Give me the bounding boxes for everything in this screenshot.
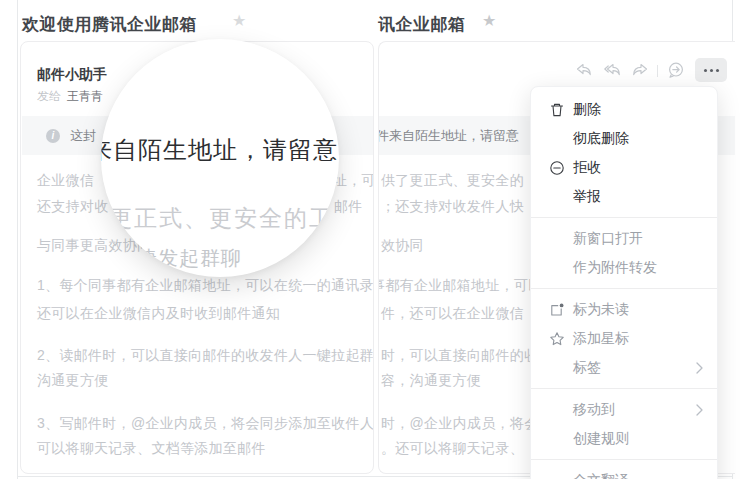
sender-name: 邮件小助手 — [37, 66, 107, 84]
body-line: 效协同 — [381, 237, 424, 255]
menu-item-translate[interactable]: 全文翻译 — [531, 466, 717, 479]
quick-reply-icon[interactable] — [667, 61, 685, 79]
body-line: 供了更正式、更安全的 — [381, 172, 524, 190]
page-left-border — [17, 0, 18, 479]
menu-item-label: 标签 — [573, 359, 601, 377]
info-icon: i — [46, 129, 60, 143]
menu-divider — [531, 217, 717, 218]
chevron-right-icon — [696, 362, 703, 374]
reply-icon[interactable] — [575, 61, 593, 79]
body-line: 件，还可以在企业微信 — [381, 305, 524, 323]
menu-item-move-to[interactable]: 移动到 — [531, 395, 717, 424]
body-line: 。还可以将聊天记录、 — [381, 440, 524, 458]
body-line: 还支持对收 — [37, 198, 109, 216]
menu-item-label: 新窗口打开 — [573, 230, 643, 248]
body-line: 时，可以直接向邮件的收 — [381, 347, 538, 365]
menu-item-report[interactable]: 举报 — [531, 182, 717, 211]
lens-warning-text: 来自陌生地址，请留意 — [101, 134, 338, 166]
menu-item-label: 举报 — [573, 188, 601, 206]
body-line: 时，@企业内成员，将会 — [381, 415, 539, 433]
menu-divider — [531, 459, 717, 460]
menu-item-add-star[interactable]: 添加星标 — [531, 324, 717, 353]
menu-item-labels[interactable]: 标签 — [531, 353, 717, 382]
menu-item-label: 移动到 — [573, 401, 615, 419]
body-line: 容，沟通更方便 — [381, 372, 481, 390]
menu-item-reject[interactable]: 拒收 — [531, 153, 717, 182]
menu-item-label: 创建规则 — [573, 430, 629, 448]
star-outline-icon — [549, 331, 565, 347]
star-icon[interactable]: ★ — [482, 12, 496, 30]
menu-item-label: 作为附件转发 — [573, 259, 657, 277]
toolbar-divider — [657, 65, 658, 77]
menu-item-label: 标为未读 — [573, 301, 629, 319]
banner-text: 这封 — [70, 127, 96, 145]
more-dots-icon — [716, 69, 719, 72]
body-line: 3、写邮件时，@企业内成员，将会同步添加至收件人 — [37, 415, 374, 433]
menu-item-mark-unread[interactable]: 标为未读 — [531, 295, 717, 324]
menu-item-label: 全文翻译 — [573, 472, 629, 479]
to-label: 发给 — [37, 89, 61, 103]
trash-icon — [549, 102, 565, 118]
body-line: 事都有企业邮箱地址，可以 — [378, 277, 543, 295]
more-dots-icon — [704, 69, 707, 72]
body-line: 1、每个同事都有企业邮箱地址，可以在统一的通讯录 — [37, 277, 374, 295]
forward-icon[interactable] — [631, 61, 649, 79]
body-line: 可以将聊天记录、文档等添加至邮件 — [37, 440, 266, 458]
recipient-row: 发给王青青 — [37, 88, 103, 105]
menu-item-label: 彻底删除 — [573, 130, 629, 148]
chevron-right-icon — [696, 404, 703, 416]
reply-all-icon[interactable] — [603, 61, 621, 79]
more-actions-button[interactable] — [695, 58, 727, 82]
mark-unread-icon — [549, 302, 565, 318]
magnifier-lens: 来自陌生地址，请留意 更正式、更安全的工 捷发起群聊 — [101, 39, 339, 277]
recipient-name: 王青青 — [67, 89, 103, 103]
menu-item-delete-permanently[interactable]: 彻底删除 — [531, 124, 717, 153]
menu-item-forward-as-attachment[interactable]: 作为附件转发 — [531, 253, 717, 282]
page-title: 欢迎使用腾讯企业邮箱 — [22, 13, 197, 36]
menu-item-delete[interactable]: 删除 — [531, 95, 717, 124]
menu-item-label: 添加星标 — [573, 330, 629, 348]
body-line: 沟通更方便 — [37, 372, 109, 390]
app-window: 欢迎使用腾讯企业邮箱 ★ 讯企业邮箱 ★ 邮件小助手 发给王青青 i 这封 企业… — [0, 0, 750, 479]
menu-item-label: 拒收 — [573, 159, 601, 177]
body-line: 邮件 — [334, 198, 363, 216]
menu-item-label: 删除 — [573, 101, 601, 119]
menu-item-open-new-window[interactable]: 新窗口打开 — [531, 224, 717, 253]
mail-actions-context-menu: 删除 彻底删除 拒收 举报 新窗口打开 作为附件转发 — [530, 86, 718, 479]
lens-body-text: 更正式、更安全的工 — [109, 203, 334, 234]
block-icon — [549, 160, 565, 176]
menu-divider — [531, 288, 717, 289]
star-icon[interactable]: ★ — [232, 12, 246, 30]
body-line: 企业微信 — [37, 172, 94, 190]
page-title-right: 讯企业邮箱 — [378, 13, 466, 36]
body-line: 2、读邮件时，可以直接向邮件的收发件人一键拉起群 — [37, 347, 374, 365]
body-line: 址，可以 — [333, 172, 374, 190]
body-line: ；还支持对收发件人快 — [381, 198, 524, 216]
more-dots-icon — [710, 69, 713, 72]
banner-text: 件来自陌生地址，请留意 — [378, 127, 519, 145]
menu-item-create-rule[interactable]: 创建规则 — [531, 424, 717, 453]
menu-divider — [531, 388, 717, 389]
body-line: 还可以在企业微信内及时收到邮件通知 — [37, 305, 280, 323]
